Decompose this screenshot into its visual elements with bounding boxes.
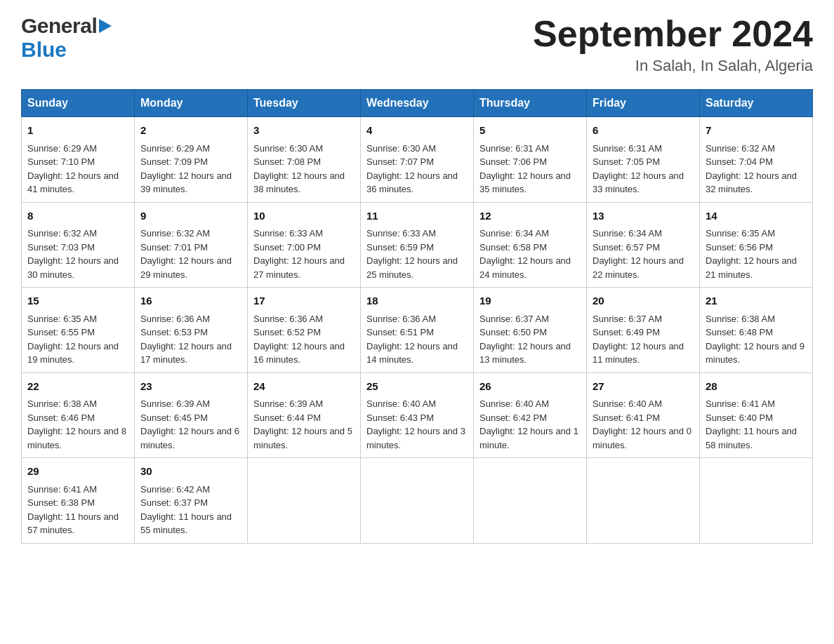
day-number: 10 [253, 208, 355, 224]
col-saturday: Saturday [700, 90, 813, 117]
table-row: 30 Sunrise: 6:42 AMSunset: 6:37 PMDaylig… [135, 458, 248, 544]
day-number: 2 [140, 123, 241, 139]
day-number: 4 [366, 123, 468, 139]
sunrise-info: Sunrise: 6:40 AMSunset: 6:42 PMDaylight:… [479, 398, 578, 450]
day-number: 18 [366, 293, 468, 309]
sunrise-info: Sunrise: 6:33 AMSunset: 7:00 PMDaylight:… [253, 228, 345, 280]
day-number: 16 [140, 293, 241, 309]
table-row: 12 Sunrise: 6:34 AMSunset: 6:58 PMDaylig… [474, 202, 587, 288]
table-row: 26 Sunrise: 6:40 AMSunset: 6:42 PMDaylig… [474, 373, 587, 458]
table-row [248, 458, 361, 544]
page-subtitle: In Salah, In Salah, Algeria [533, 57, 813, 75]
sunrise-info: Sunrise: 6:34 AMSunset: 6:58 PMDaylight:… [479, 228, 571, 280]
day-number: 27 [593, 379, 694, 395]
day-number: 8 [27, 208, 128, 224]
table-row: 5 Sunrise: 6:31 AMSunset: 7:06 PMDayligh… [474, 117, 587, 203]
table-row: 25 Sunrise: 6:40 AMSunset: 6:43 PMDaylig… [361, 373, 474, 458]
day-number: 11 [366, 208, 468, 224]
table-row: 16 Sunrise: 6:36 AMSunset: 6:53 PMDaylig… [135, 288, 248, 373]
sunrise-info: Sunrise: 6:31 AMSunset: 7:06 PMDaylight:… [479, 143, 571, 195]
table-row: 20 Sunrise: 6:37 AMSunset: 6:49 PMDaylig… [587, 288, 700, 373]
svg-marker-0 [99, 19, 112, 33]
calendar-week-row: 1 Sunrise: 6:29 AMSunset: 7:10 PMDayligh… [22, 117, 813, 203]
logo-general-text: General [21, 14, 97, 38]
calendar-table: Sunday Monday Tuesday Wednesday Thursday… [21, 89, 813, 544]
day-number: 23 [140, 379, 241, 395]
table-row [587, 458, 700, 544]
day-number: 20 [593, 293, 694, 309]
day-number: 5 [479, 123, 581, 139]
table-row: 19 Sunrise: 6:37 AMSunset: 6:50 PMDaylig… [474, 288, 587, 373]
sunrise-info: Sunrise: 6:33 AMSunset: 6:59 PMDaylight:… [366, 228, 458, 280]
col-tuesday: Tuesday [248, 90, 361, 117]
sunrise-info: Sunrise: 6:37 AMSunset: 6:50 PMDaylight:… [479, 314, 571, 365]
calendar-week-row: 29 Sunrise: 6:41 AMSunset: 6:38 PMDaylig… [22, 458, 813, 544]
sunrise-info: Sunrise: 6:38 AMSunset: 6:48 PMDaylight:… [706, 314, 805, 365]
calendar-header-row: Sunday Monday Tuesday Wednesday Thursday… [22, 90, 813, 117]
col-friday: Friday [587, 90, 700, 117]
sunrise-info: Sunrise: 6:29 AMSunset: 7:09 PMDaylight:… [140, 143, 232, 195]
table-row: 15 Sunrise: 6:35 AMSunset: 6:55 PMDaylig… [22, 288, 135, 373]
day-number: 22 [27, 379, 128, 395]
day-number: 29 [27, 464, 128, 480]
table-row: 7 Sunrise: 6:32 AMSunset: 7:04 PMDayligh… [700, 117, 813, 203]
day-number: 19 [479, 293, 581, 309]
day-number: 14 [706, 208, 807, 224]
table-row: 13 Sunrise: 6:34 AMSunset: 6:57 PMDaylig… [587, 202, 700, 288]
table-row: 21 Sunrise: 6:38 AMSunset: 6:48 PMDaylig… [700, 288, 813, 373]
logo-triangle-icon [99, 19, 112, 36]
col-thursday: Thursday [474, 90, 587, 117]
table-row: 11 Sunrise: 6:33 AMSunset: 6:59 PMDaylig… [361, 202, 474, 288]
sunrise-info: Sunrise: 6:32 AMSunset: 7:03 PMDaylight:… [27, 228, 119, 280]
sunrise-info: Sunrise: 6:36 AMSunset: 6:51 PMDaylight:… [366, 314, 458, 365]
day-number: 9 [140, 208, 241, 224]
sunrise-info: Sunrise: 6:30 AMSunset: 7:08 PMDaylight:… [253, 143, 345, 195]
day-number: 30 [140, 464, 241, 480]
sunrise-info: Sunrise: 6:42 AMSunset: 6:37 PMDaylight:… [140, 484, 232, 536]
calendar-week-row: 22 Sunrise: 6:38 AMSunset: 6:46 PMDaylig… [22, 373, 813, 458]
sunrise-info: Sunrise: 6:40 AMSunset: 6:41 PMDaylight:… [593, 398, 691, 450]
day-number: 26 [479, 379, 581, 395]
table-row [361, 458, 474, 544]
calendar-week-row: 8 Sunrise: 6:32 AMSunset: 7:03 PMDayligh… [22, 202, 813, 288]
col-wednesday: Wednesday [361, 90, 474, 117]
day-number: 1 [27, 123, 128, 139]
table-row: 8 Sunrise: 6:32 AMSunset: 7:03 PMDayligh… [22, 202, 135, 288]
logo: General Blue [21, 14, 112, 62]
sunrise-info: Sunrise: 6:41 AMSunset: 6:40 PMDaylight:… [706, 398, 797, 450]
sunrise-info: Sunrise: 6:30 AMSunset: 7:07 PMDaylight:… [366, 143, 458, 195]
sunrise-info: Sunrise: 6:32 AMSunset: 7:01 PMDaylight:… [140, 228, 232, 280]
table-row: 2 Sunrise: 6:29 AMSunset: 7:09 PMDayligh… [135, 117, 248, 203]
table-row [700, 458, 813, 544]
sunrise-info: Sunrise: 6:29 AMSunset: 7:10 PMDaylight:… [27, 143, 119, 195]
title-block: September 2024 In Salah, In Salah, Alger… [533, 14, 813, 75]
sunrise-info: Sunrise: 6:32 AMSunset: 7:04 PMDaylight:… [706, 143, 797, 195]
table-row: 1 Sunrise: 6:29 AMSunset: 7:10 PMDayligh… [22, 117, 135, 203]
sunrise-info: Sunrise: 6:38 AMSunset: 6:46 PMDaylight:… [27, 398, 126, 450]
day-number: 13 [593, 208, 694, 224]
logo-blue-text: Blue [21, 38, 67, 61]
sunrise-info: Sunrise: 6:37 AMSunset: 6:49 PMDaylight:… [593, 314, 684, 365]
col-monday: Monday [135, 90, 248, 117]
day-number: 17 [253, 293, 355, 309]
sunrise-info: Sunrise: 6:34 AMSunset: 6:57 PMDaylight:… [593, 228, 684, 280]
table-row: 28 Sunrise: 6:41 AMSunset: 6:40 PMDaylig… [700, 373, 813, 458]
table-row: 22 Sunrise: 6:38 AMSunset: 6:46 PMDaylig… [22, 373, 135, 458]
day-number: 21 [706, 293, 807, 309]
table-row: 24 Sunrise: 6:39 AMSunset: 6:44 PMDaylig… [248, 373, 361, 458]
sunrise-info: Sunrise: 6:41 AMSunset: 6:38 PMDaylight:… [27, 484, 119, 536]
day-number: 24 [253, 379, 355, 395]
table-row: 18 Sunrise: 6:36 AMSunset: 6:51 PMDaylig… [361, 288, 474, 373]
day-number: 28 [706, 379, 807, 395]
day-number: 3 [253, 123, 355, 139]
table-row: 17 Sunrise: 6:36 AMSunset: 6:52 PMDaylig… [248, 288, 361, 373]
table-row: 10 Sunrise: 6:33 AMSunset: 7:00 PMDaylig… [248, 202, 361, 288]
col-sunday: Sunday [22, 90, 135, 117]
table-row: 4 Sunrise: 6:30 AMSunset: 7:07 PMDayligh… [361, 117, 474, 203]
sunrise-info: Sunrise: 6:40 AMSunset: 6:43 PMDaylight:… [366, 398, 465, 450]
sunrise-info: Sunrise: 6:36 AMSunset: 6:52 PMDaylight:… [253, 314, 345, 365]
sunrise-info: Sunrise: 6:39 AMSunset: 6:44 PMDaylight:… [253, 398, 352, 450]
page-header: General Blue September 2024 In Salah, In… [21, 14, 813, 75]
table-row: 9 Sunrise: 6:32 AMSunset: 7:01 PMDayligh… [135, 202, 248, 288]
sunrise-info: Sunrise: 6:35 AMSunset: 6:55 PMDaylight:… [27, 314, 119, 365]
